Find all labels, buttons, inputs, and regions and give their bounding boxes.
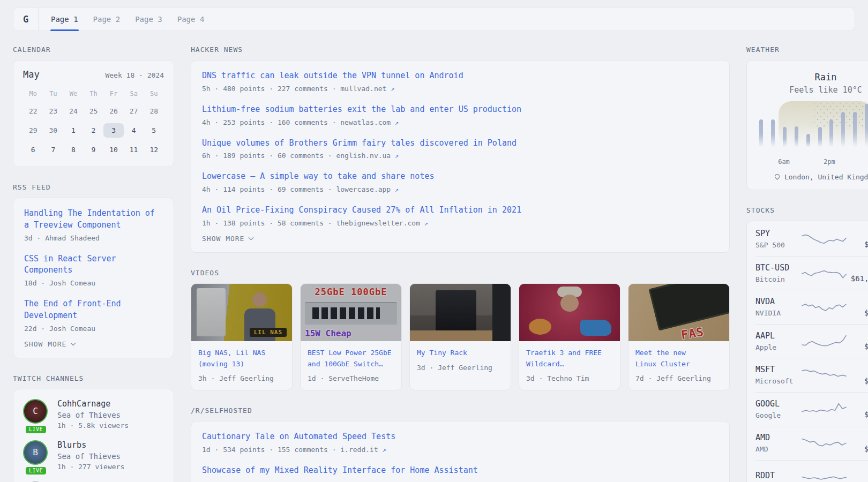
video-meta: 1d · ServeTheHome [308, 374, 394, 382]
twitch-avatar-cohhcarnage[interactable]: C [23, 399, 48, 424]
network-switch-graphic [305, 302, 397, 325]
tab-page-4[interactable]: Page 4 [177, 7, 205, 31]
stock-sparkline [801, 296, 847, 318]
stock-sparkline [801, 364, 847, 386]
video-title-link[interactable]: BEST Low Power 25GbE and 100GbE Switch… [308, 348, 394, 370]
pillar-graphic [492, 284, 511, 341]
calendar-day: 7 [43, 142, 64, 157]
video-thumbnail[interactable]: LIL NAS [191, 284, 292, 341]
stock-price: $888.12 [850, 308, 868, 317]
external-link-icon[interactable]: ↗ [424, 220, 428, 227]
rss-item-link[interactable]: The End of Front-End Development [24, 298, 163, 322]
hn-item-link[interactable]: Lowercase – A simple way to take and sha… [202, 171, 719, 183]
stock-row[interactable]: NVDANVIDIA +3.49%$888.12 [755, 290, 868, 324]
video-meta: 7d · Jeff Geerling [635, 374, 722, 382]
hn-item-meta-text: 6h · 189 points · 60 comments · english.… [202, 152, 391, 160]
video-card: LIL NAS Big NAS, Lil NAS (moving 13) 3h … [191, 283, 293, 391]
stock-row[interactable]: GOOGLGoogle +0.25%$167.03 [755, 392, 868, 426]
external-link-icon[interactable]: ↗ [395, 186, 399, 193]
stock-price: $150.50 [850, 445, 868, 453]
calendar-day: 1 [63, 123, 84, 138]
app-logo[interactable]: G [13, 7, 39, 31]
rss-item-link[interactable]: Handling The Indentation of a Treeview C… [24, 208, 163, 231]
hn-item-meta-text: 4h · 114 points · 69 comments · lowercas… [202, 185, 391, 193]
calendar-day: 9 [84, 142, 104, 157]
video-info: Big NAS, Lil NAS (moving 13) 3h · Jeff G… [191, 341, 292, 390]
video-title-link[interactable]: My Tiny Rack [417, 348, 504, 359]
avatar: C LIVE [23, 399, 49, 430]
video-title-link[interactable]: Meet the new Linux Cluster [635, 348, 722, 370]
calendar-day: 6 [23, 142, 43, 157]
tab-page-1[interactable]: Page 1 [50, 7, 79, 31]
stock-name: NVIDIA [755, 309, 801, 317]
video-info: Meet the new Linux Cluster 7d · Jeff Gee… [628, 341, 729, 390]
hn-item-link[interactable]: An Oil Price-Fixing Conspiracy Caused 27… [202, 205, 719, 216]
stock-row[interactable]: SPYS&P 500 +1.32%$511.69 [755, 222, 868, 256]
show-more-button[interactable]: SHOW MORE [202, 235, 253, 243]
video-thumbnail[interactable] [410, 284, 511, 341]
video-title-link[interactable]: Big NAS, Lil NAS (moving 13) [198, 348, 285, 370]
video-card: My Tiny Rack 3d · Jeff Geerling [409, 283, 511, 391]
stock-row[interactable]: AMDAMD +2.97%$150.50 [755, 426, 868, 460]
twitch-channel: C LIVE CohhCarnage Sea of Thieves 1h · 5… [23, 399, 164, 430]
video-card: Traefik 3 and FREE Wildcard… 3d · Techno… [519, 283, 620, 391]
tab-page-3[interactable]: Page 3 [134, 7, 163, 31]
video-thumbnail[interactable] [519, 284, 620, 341]
stock-change: +4.56% [850, 263, 868, 272]
stock-price: $61,820.02 [850, 274, 868, 283]
hn-item-link[interactable]: Lithium-free sodium batteries exit the l… [202, 104, 719, 116]
glance-dashboard: G Page 1 Page 2 Page 3 Page 4 CALENDAR M… [0, 0, 868, 482]
calendar-day: 24 [63, 104, 84, 118]
rss-item-link[interactable]: CSS in React Server Components [24, 253, 163, 277]
reddit-item-link[interactable]: Showcase of my Mixed Reality Interface f… [202, 465, 719, 477]
reddit-item-link[interactable]: Cautionary Tale on Automated Speed Tests [202, 431, 719, 443]
external-link-icon[interactable]: ↗ [395, 119, 399, 126]
calendar-day-header: We [63, 88, 84, 99]
video-thumbnail[interactable]: FAS [628, 284, 729, 341]
stock-name: Bitcoin [755, 275, 801, 283]
hn-item-link[interactable]: Unique volumes of Brothers Grimm fairy t… [202, 138, 719, 149]
stock-row[interactable]: AAPLApple +6.63%$184.51 [755, 324, 868, 358]
section-title-hackernews: HACKER NEWS [191, 46, 730, 54]
thumbnail-caption: 25GbE 100GbE [301, 287, 401, 297]
calendar-month: May [23, 69, 40, 80]
tab-page-2[interactable]: Page 2 [93, 7, 121, 31]
calendar-card: May Week 18 · 2024 Mo Tu We Th Fr Sa Su … [13, 60, 174, 167]
rss-item-meta: 3d · Ahmad Shadeed [24, 234, 163, 242]
twitch-channel-name[interactable]: Blurbs [57, 440, 124, 450]
video-title-link[interactable]: Traefik 3 and FREE Wildcard… [526, 348, 613, 370]
stock-row[interactable]: RDDT -1.59% [755, 460, 868, 482]
calendar-day-header: Fr [103, 88, 124, 99]
section-title-rss: RSS FEED [13, 183, 174, 191]
stock-sparkline [801, 432, 847, 454]
show-more-button[interactable]: SHOW MORE [24, 340, 75, 348]
twitch-channel-game: Sea of Thieves [57, 411, 129, 419]
twitch-channel-name[interactable]: CohhCarnage [57, 399, 129, 409]
external-link-icon[interactable]: ↗ [383, 446, 386, 454]
reddit-item-meta-text: 1d · 534 points · 155 comments · i.redd.… [202, 446, 378, 454]
hn-item-link[interactable]: DNS traffic can leak outside the VPN tun… [202, 70, 719, 82]
stock-symbol: AAPL [755, 331, 801, 341]
calendar-day-header: Sa [124, 88, 144, 99]
stocks-card: SPYS&P 500 +1.32%$511.69 BTC-USDBitcoin … [746, 221, 868, 482]
video-thumbnail[interactable]: 25GbE 100GbE 15W Cheap [301, 284, 401, 341]
hn-item: DNS traffic can leak outside the VPN tun… [202, 70, 719, 93]
calendar-day: 5 [144, 123, 164, 138]
stock-change: +6.63% [850, 331, 868, 340]
stock-row[interactable]: MSFTMicrosoft +2.24%$406.76 [755, 358, 868, 392]
video-card: 25GbE 100GbE 15W Cheap BEST Low Power 25… [300, 283, 402, 391]
twitch-avatar-blurbs[interactable]: B [23, 440, 48, 465]
stock-change: +2.24% [850, 365, 868, 374]
external-link-icon[interactable]: ↗ [395, 152, 399, 160]
video-card: FAS Meet the new Linux Cluster 7d · Jeff… [628, 283, 730, 391]
stocks-widget: STOCKS SPYS&P 500 +1.32%$511.69 BTC-USDB… [746, 206, 868, 482]
thumbnail-caption: 15W Cheap [305, 328, 351, 338]
weather-bars [755, 101, 868, 147]
avatar: B LIVE [23, 440, 49, 471]
calendar-header: May Week 18 · 2024 [23, 69, 164, 80]
stock-row[interactable]: BTC-USDBitcoin +4.56%$61,820.02 [755, 256, 868, 290]
section-title-stocks: STOCKS [746, 206, 868, 214]
reddit-item: Cautionary Tale on Automated Speed Tests… [202, 431, 719, 454]
calendar-day: 8 [63, 142, 84, 157]
external-link-icon[interactable]: ↗ [391, 85, 394, 93]
